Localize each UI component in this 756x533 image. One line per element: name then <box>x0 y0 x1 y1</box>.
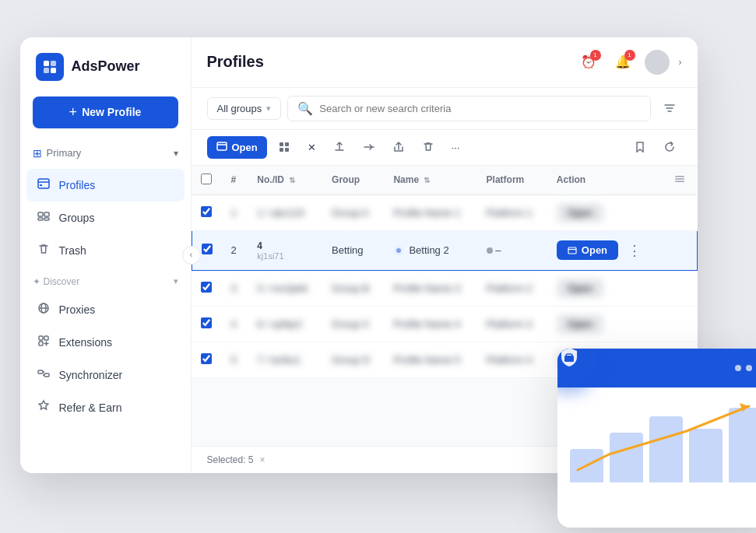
svg-rect-14 <box>39 342 43 345</box>
sidebar-collapse-button[interactable]: ‹ <box>182 246 201 265</box>
sidebar-item-proxies[interactable]: Proxies <box>26 293 185 326</box>
table-row: 1 1 / abc123 Group A Profile Name 1 Plat… <box>192 195 697 230</box>
svg-rect-23 <box>675 178 684 180</box>
bar-5 <box>729 408 756 482</box>
extensions-label: Extensions <box>59 336 112 349</box>
sidebar-item-extensions[interactable]: Extensions <box>26 326 185 359</box>
discover-section: ✦ Discover ▾ <box>20 270 191 290</box>
row-no-id-2: 4 kj1si71 <box>248 230 322 270</box>
selected-info: Selected: 5 × <box>207 454 265 465</box>
refresh-button[interactable] <box>657 136 682 158</box>
col-action: Action <box>547 166 665 195</box>
search-icon: 🔍 <box>297 101 313 116</box>
share-button[interactable] <box>386 136 411 158</box>
bell-button[interactable]: 🔔 1 <box>610 50 635 75</box>
logo-icon <box>36 53 64 81</box>
discover-label: ✦ Discover <box>33 276 80 287</box>
header-chevron-icon[interactable]: › <box>679 57 682 68</box>
discover-chevron[interactable]: ▾ <box>174 276 178 286</box>
page-title: Profiles <box>207 53 264 71</box>
svg-rect-5 <box>40 184 42 186</box>
row-more-button[interactable]: ⋮ <box>623 239 646 262</box>
svg-rect-12 <box>39 336 43 340</box>
open-label: Open <box>232 142 258 153</box>
search-box: 🔍 <box>287 96 650 121</box>
col-settings[interactable] <box>665 166 697 195</box>
sidebar-item-refer-earn[interactable]: Refer & Earn <box>26 391 185 424</box>
row-checkbox-5[interactable] <box>201 353 212 364</box>
row-checkbox-4[interactable] <box>201 317 212 328</box>
col-number: # <box>222 166 248 195</box>
svg-rect-22 <box>675 176 684 177</box>
svg-rect-0 <box>44 61 49 66</box>
bar-4 <box>689 429 723 482</box>
upload-button[interactable] <box>327 136 352 158</box>
delete-button[interactable] <box>416 136 441 158</box>
grid-view-button[interactable] <box>272 136 297 158</box>
svg-rect-4 <box>38 179 49 188</box>
svg-rect-3 <box>51 68 56 73</box>
more-actions-button[interactable]: ··· <box>445 137 466 158</box>
primary-section: ⊞ Primary ▾ <box>20 141 191 166</box>
extensions-icon <box>36 334 51 351</box>
row-number-2: 2 <box>222 230 248 270</box>
table-header-row: # No./ID ⇅ Group Name ⇅ Platform Action <box>192 166 697 195</box>
sidebar-item-groups[interactable]: Groups <box>26 202 185 234</box>
move-button[interactable] <box>357 136 382 158</box>
row-open-btn-3[interactable]: Open <box>557 279 604 298</box>
proxies-label: Proxies <box>59 303 96 316</box>
chart-card <box>557 349 757 528</box>
svg-rect-15 <box>38 370 43 373</box>
row-platform: Platform 1 <box>477 195 547 230</box>
bars-container <box>570 400 757 486</box>
group-select-value: All groups <box>217 103 262 114</box>
chart-dot-1 <box>735 365 741 371</box>
search-input[interactable] <box>319 103 640 114</box>
trash-label: Trash <box>59 244 86 257</box>
nav-items: Profiles Groups <box>20 166 191 270</box>
row-open-btn[interactable]: Open <box>557 203 604 223</box>
toolbar: All groups ▾ 🔍 <box>192 88 698 130</box>
clear-selection-button[interactable]: × <box>260 454 265 465</box>
sidebar-item-synchronizer[interactable]: Synchronizer <box>26 359 185 391</box>
row-open-btn-4[interactable]: Open <box>557 314 604 334</box>
col-name: Name ⇅ <box>384 166 476 195</box>
row-name: Profile Name 1 <box>384 195 476 230</box>
bookmark-button[interactable] <box>628 136 652 158</box>
svg-rect-16 <box>44 373 49 377</box>
col-no-id: No./ID ⇅ <box>248 166 322 195</box>
sidebar-item-trash[interactable]: Trash <box>26 234 185 267</box>
header-actions: ⏰ 1 🔔 1 › <box>576 50 682 75</box>
table-row: 3 5 / mn2pk8 Group B Profile Name 3 Plat… <box>192 270 697 306</box>
col-platform: Platform <box>477 166 547 195</box>
proxies-icon <box>36 301 51 318</box>
svg-rect-24 <box>675 181 684 182</box>
collapse-button[interactable]: ▾ <box>174 148 178 159</box>
row-platform-2: – <box>477 230 547 270</box>
svg-rect-13 <box>44 336 48 340</box>
plus-icon: + <box>69 104 78 121</box>
row-checkbox[interactable] <box>201 206 212 217</box>
groups-icon <box>36 209 51 226</box>
shield-icon <box>557 349 582 376</box>
groups-label: Groups <box>59 212 95 224</box>
open-profile-button[interactable]: Open <box>557 240 618 260</box>
close-button[interactable]: ✕ <box>301 137 322 158</box>
svg-rect-19 <box>285 142 289 146</box>
row-action-2: Open ⋮ <box>547 230 665 270</box>
svg-rect-17 <box>217 142 227 150</box>
select-all-checkbox[interactable] <box>201 174 212 184</box>
row-checkbox-2[interactable] <box>202 244 213 254</box>
group-select[interactable]: All groups ▾ <box>207 97 282 120</box>
row-checkbox-3[interactable] <box>201 282 212 293</box>
sidebar-item-profiles[interactable]: Profiles <box>26 169 185 202</box>
row-action: Open <box>547 195 665 230</box>
user-avatar[interactable] <box>645 50 670 75</box>
col-group: Group <box>322 166 384 195</box>
primary-icon: ⊞ <box>33 147 42 160</box>
new-profile-button[interactable]: + New Profile <box>33 96 178 128</box>
svg-rect-26 <box>568 247 576 254</box>
timer-button[interactable]: ⏰ 1 <box>576 50 601 75</box>
open-button[interactable]: Open <box>207 136 267 159</box>
filter-button[interactable] <box>657 96 682 121</box>
